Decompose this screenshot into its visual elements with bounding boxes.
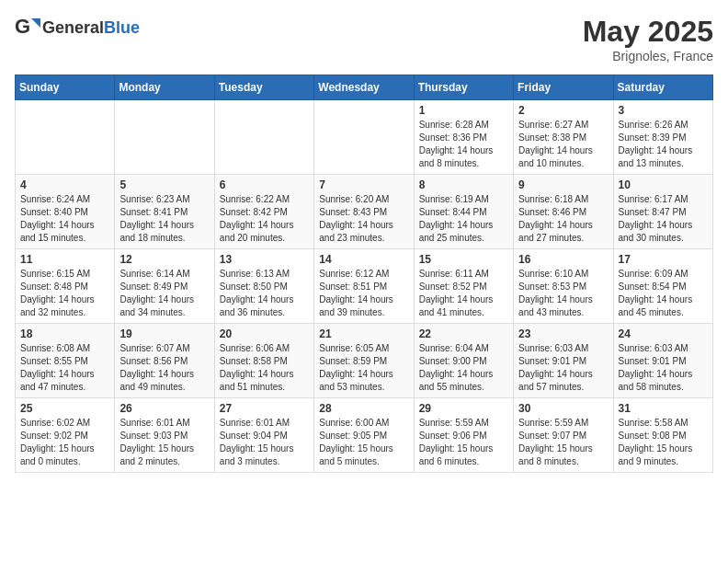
day-info: Sunrise: 6:02 AM Sunset: 9:02 PM Dayligh… [20,417,109,468]
day-number: 17 [619,253,708,266]
calendar-cell [214,100,313,175]
calendar-week-row: 4Sunrise: 6:24 AM Sunset: 8:40 PM Daylig… [16,175,713,249]
calendar-table: SundayMondayTuesdayWednesdayThursdayFrid… [15,75,713,473]
day-number: 16 [518,253,608,266]
weekday-header-sunday: Sunday [16,75,115,100]
day-number: 7 [319,178,408,191]
day-info: Sunrise: 6:13 AM Sunset: 8:50 PM Dayligh… [220,268,309,319]
calendar-cell: 15Sunrise: 6:11 AM Sunset: 8:52 PM Dayli… [414,249,513,324]
logo-text-blue: Blue [104,18,140,37]
title-block: May 2025 Brignoles, France [583,15,713,63]
day-number: 14 [319,253,408,266]
day-number: 31 [619,402,708,415]
calendar-week-row: 11Sunrise: 6:15 AM Sunset: 8:48 PM Dayli… [16,249,713,324]
calendar-cell: 21Sunrise: 6:05 AM Sunset: 8:59 PM Dayli… [314,324,414,398]
day-info: Sunrise: 6:10 AM Sunset: 8:53 PM Dayligh… [518,268,608,319]
day-info: Sunrise: 6:15 AM Sunset: 8:48 PM Dayligh… [20,268,109,319]
calendar-cell: 30Sunrise: 5:59 AM Sunset: 9:07 PM Dayli… [514,398,613,473]
day-info: Sunrise: 6:08 AM Sunset: 8:55 PM Dayligh… [20,342,109,394]
day-info: Sunrise: 6:27 AM Sunset: 8:38 PM Dayligh… [518,119,608,170]
day-info: Sunrise: 6:17 AM Sunset: 8:47 PM Dayligh… [619,193,708,245]
day-info: Sunrise: 6:03 AM Sunset: 9:01 PM Dayligh… [619,342,708,394]
calendar-cell: 7Sunrise: 6:20 AM Sunset: 8:43 PM Daylig… [314,175,414,249]
day-number: 27 [220,402,309,415]
day-number: 21 [319,327,408,340]
calendar-cell: 4Sunrise: 6:24 AM Sunset: 8:40 PM Daylig… [16,175,115,249]
day-number: 8 [419,178,508,191]
logo-icon: G [15,15,40,40]
day-info: Sunrise: 5:59 AM Sunset: 9:06 PM Dayligh… [419,417,508,468]
day-info: Sunrise: 6:01 AM Sunset: 9:04 PM Dayligh… [220,417,309,468]
logo: G GeneralBlue [15,15,140,40]
calendar-week-row: 1Sunrise: 6:28 AM Sunset: 8:36 PM Daylig… [16,100,713,175]
day-number: 19 [119,327,209,340]
calendar-cell: 19Sunrise: 6:07 AM Sunset: 8:56 PM Dayli… [115,324,214,398]
day-number: 10 [619,178,708,191]
day-info: Sunrise: 6:26 AM Sunset: 8:39 PM Dayligh… [619,119,708,170]
calendar-cell: 23Sunrise: 6:03 AM Sunset: 9:01 PM Dayli… [514,324,613,398]
day-number: 20 [220,327,309,340]
calendar-cell: 20Sunrise: 6:06 AM Sunset: 8:58 PM Dayli… [214,324,313,398]
calendar-cell: 2Sunrise: 6:27 AM Sunset: 8:38 PM Daylig… [514,100,613,175]
calendar-cell: 31Sunrise: 5:58 AM Sunset: 9:08 PM Dayli… [613,398,712,473]
weekday-header-monday: Monday [115,75,214,100]
calendar-cell: 16Sunrise: 6:10 AM Sunset: 8:53 PM Dayli… [514,249,613,324]
day-info: Sunrise: 6:20 AM Sunset: 8:43 PM Dayligh… [319,193,408,245]
day-info: Sunrise: 6:11 AM Sunset: 8:52 PM Dayligh… [419,268,508,319]
day-info: Sunrise: 6:24 AM Sunset: 8:40 PM Dayligh… [20,193,109,245]
day-info: Sunrise: 6:01 AM Sunset: 9:03 PM Dayligh… [119,417,209,468]
weekday-header-row: SundayMondayTuesdayWednesdayThursdayFrid… [16,75,713,100]
weekday-header-thursday: Thursday [414,75,513,100]
day-info: Sunrise: 6:14 AM Sunset: 8:49 PM Dayligh… [119,268,209,319]
calendar-cell: 5Sunrise: 6:23 AM Sunset: 8:41 PM Daylig… [115,175,214,249]
day-info: Sunrise: 6:18 AM Sunset: 8:46 PM Dayligh… [518,193,608,245]
day-number: 15 [419,253,508,266]
day-number: 24 [619,327,708,340]
calendar-cell: 8Sunrise: 6:19 AM Sunset: 8:44 PM Daylig… [414,175,513,249]
day-number: 25 [20,402,109,415]
day-info: Sunrise: 6:22 AM Sunset: 8:42 PM Dayligh… [220,193,309,245]
day-number: 12 [119,253,209,266]
calendar-cell: 22Sunrise: 6:04 AM Sunset: 9:00 PM Dayli… [414,324,513,398]
day-number: 2 [518,104,608,117]
day-info: Sunrise: 5:59 AM Sunset: 9:07 PM Dayligh… [518,417,608,468]
day-number: 4 [20,178,109,191]
calendar-cell: 18Sunrise: 6:08 AM Sunset: 8:55 PM Dayli… [16,324,115,398]
weekday-header-wednesday: Wednesday [314,75,414,100]
day-number: 6 [220,178,309,191]
day-info: Sunrise: 6:03 AM Sunset: 9:01 PM Dayligh… [518,342,608,394]
calendar-title: May 2025 [583,15,713,49]
calendar-cell: 26Sunrise: 6:01 AM Sunset: 9:03 PM Dayli… [115,398,214,473]
day-number: 23 [518,327,608,340]
day-number: 5 [119,178,209,191]
calendar-cell: 3Sunrise: 6:26 AM Sunset: 8:39 PM Daylig… [613,100,712,175]
calendar-cell [115,100,214,175]
calendar-cell: 12Sunrise: 6:14 AM Sunset: 8:49 PM Dayli… [115,249,214,324]
calendar-week-row: 18Sunrise: 6:08 AM Sunset: 8:55 PM Dayli… [16,324,713,398]
day-info: Sunrise: 6:00 AM Sunset: 9:05 PM Dayligh… [319,417,408,468]
day-number: 9 [518,178,608,191]
calendar-week-row: 25Sunrise: 6:02 AM Sunset: 9:02 PM Dayli… [16,398,713,473]
calendar-cell: 28Sunrise: 6:00 AM Sunset: 9:05 PM Dayli… [314,398,414,473]
calendar-cell [314,100,414,175]
day-info: Sunrise: 6:09 AM Sunset: 8:54 PM Dayligh… [619,268,708,319]
calendar-cell: 24Sunrise: 6:03 AM Sunset: 9:01 PM Dayli… [613,324,712,398]
weekday-header-friday: Friday [514,75,613,100]
calendar-cell: 29Sunrise: 5:59 AM Sunset: 9:06 PM Dayli… [414,398,513,473]
day-info: Sunrise: 6:12 AM Sunset: 8:51 PM Dayligh… [319,268,408,319]
day-number: 11 [20,253,109,266]
day-number: 26 [119,402,209,415]
calendar-cell: 9Sunrise: 6:18 AM Sunset: 8:46 PM Daylig… [514,175,613,249]
calendar-cell: 27Sunrise: 6:01 AM Sunset: 9:04 PM Dayli… [214,398,313,473]
svg-text:G: G [15,15,30,38]
page-header: G GeneralBlue May 2025 Brignoles, France [15,15,713,63]
calendar-cell: 10Sunrise: 6:17 AM Sunset: 8:47 PM Dayli… [613,175,712,249]
calendar-cell: 17Sunrise: 6:09 AM Sunset: 8:54 PM Dayli… [613,249,712,324]
day-number: 3 [619,104,708,117]
calendar-cell: 1Sunrise: 6:28 AM Sunset: 8:36 PM Daylig… [414,100,513,175]
day-info: Sunrise: 6:07 AM Sunset: 8:56 PM Dayligh… [119,342,209,394]
weekday-header-saturday: Saturday [613,75,712,100]
calendar-cell: 25Sunrise: 6:02 AM Sunset: 9:02 PM Dayli… [16,398,115,473]
calendar-cell: 14Sunrise: 6:12 AM Sunset: 8:51 PM Dayli… [314,249,414,324]
calendar-location: Brignoles, France [583,49,713,63]
